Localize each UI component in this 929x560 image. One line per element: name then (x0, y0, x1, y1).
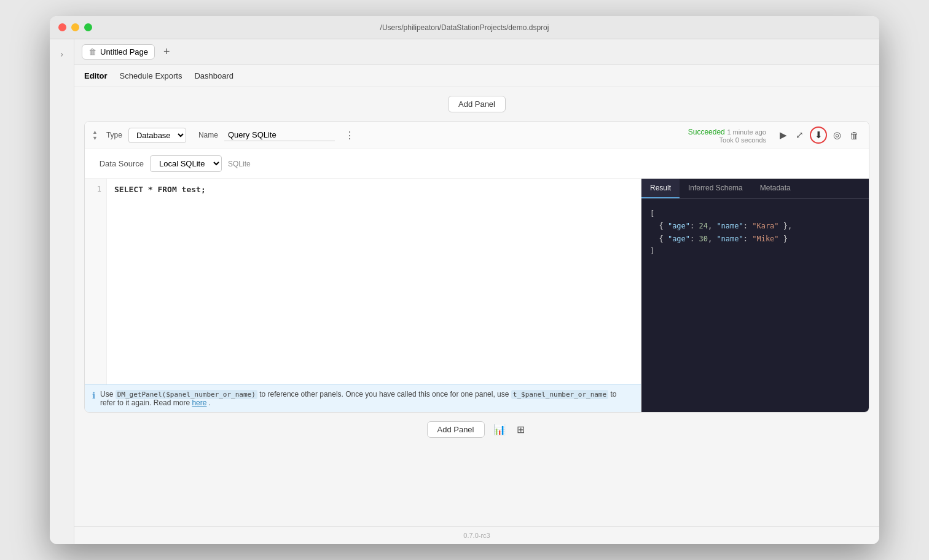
results-tabs: Result Inferred Schema Metadata (641, 179, 869, 199)
panel-body: Data Source Local SQLite SQLite (85, 149, 869, 412)
panel-header: ▲ ▼ Type Database Name ⋮ Succeeded (85, 122, 869, 149)
status-success-text: Succeeded (688, 128, 725, 136)
arrow-down-icon[interactable]: ▼ (92, 136, 98, 141)
page-tabs: 🗑 Untitled Page + (74, 39, 879, 65)
name-input[interactable] (224, 129, 335, 141)
nav-item-dashboard[interactable]: Dashboard (194, 71, 233, 80)
nav-item-schedule-exports[interactable]: Schedule Exports (120, 71, 182, 80)
titlebar: /Users/philipeaton/DataStationProjects/d… (50, 16, 879, 39)
download-icon: ⬇ (815, 130, 823, 141)
datasource-type-label: SQLite (228, 160, 251, 168)
minimize-button[interactable] (71, 23, 79, 31)
bottom-actions: Add Panel 📊 ⊞ (74, 413, 879, 446)
info-code2: t_$panel_number_or_name (511, 390, 608, 399)
hide-button[interactable]: ◎ (831, 127, 844, 143)
results-panel: Result Inferred Schema Metadata [ { "age… (641, 179, 869, 412)
window-controls (58, 23, 92, 31)
results-content: [ { "age": 24, "name": "Kara" }, { "age"… (641, 199, 869, 412)
trash-icon[interactable]: 🗑 (88, 47, 96, 56)
delete-icon: 🗑 (850, 130, 859, 141)
chart-icon-button[interactable]: 📊 (491, 421, 508, 438)
type-select[interactable]: Database (128, 128, 186, 143)
editor-nav: Editor Schedule Exports Dashboard (74, 65, 879, 87)
code-area: 1 SELECT * FROM test; (85, 179, 641, 384)
arrow-up-icon[interactable]: ▲ (92, 130, 98, 135)
code-editor: 1 SELECT * FROM test; ℹ Use DM_getPanel(… (85, 179, 641, 412)
result-tab-result[interactable]: Result (641, 179, 680, 198)
datasource-label: Data Source (95, 159, 144, 168)
type-label: Type (106, 131, 122, 139)
datasource-row: Data Source Local SQLite SQLite (85, 149, 869, 179)
datasource-select[interactable]: Local SQLite (150, 155, 222, 172)
version-label: 0.7.0-rc3 (463, 532, 490, 539)
info-text: Use DM_getPanel($panel_number_or_name) t… (100, 390, 633, 407)
status-took-text: Took 0 seconds (688, 136, 766, 144)
panel-reorder: ▲ ▼ (92, 130, 98, 141)
table-icon-button[interactable]: ⊞ (514, 421, 527, 438)
editor-results: 1 SELECT * FROM test; ℹ Use DM_getPanel(… (85, 179, 869, 412)
json-line-3: { "age": 30, "name": "Mike" } (650, 233, 860, 245)
info-code1: DM_getPanel($panel_number_or_name) (116, 390, 257, 399)
add-page-button[interactable]: + (160, 44, 174, 60)
status-area: Succeeded 1 minute ago Took 0 seconds (688, 127, 766, 144)
info-icon: ℹ (92, 391, 95, 400)
close-button[interactable] (58, 23, 66, 31)
run-button[interactable]: ▶ (777, 127, 790, 143)
page-tab-label: Untitled Page (100, 47, 148, 56)
info-bar: ℹ Use DM_getPanel($panel_number_or_name)… (85, 384, 641, 412)
name-label: Name (198, 131, 218, 139)
add-panel-button-top[interactable]: Add Panel (448, 96, 506, 112)
status-time-text: 1 minute ago (727, 128, 766, 136)
json-line-1: [ (650, 208, 860, 220)
code-input[interactable]: SELECT * FROM test; (107, 179, 641, 384)
download-button[interactable]: ⬇ (810, 126, 827, 144)
more-options-button[interactable]: ⋮ (341, 128, 358, 142)
add-panel-area-top: Add Panel (74, 87, 879, 121)
chevron-right-icon[interactable]: › (60, 49, 63, 59)
chart-icon: 📊 (493, 424, 506, 435)
panel-actions: ▶ ⤢ ⬇ ◎ 🗑 (777, 126, 861, 144)
nav-item-editor[interactable]: Editor (84, 71, 108, 80)
expand-button[interactable]: ⤢ (793, 127, 806, 143)
line-numbers: 1 (85, 179, 107, 384)
sidebar-toggle[interactable]: › (50, 39, 74, 544)
app-footer: 0.7.0-rc3 (74, 526, 879, 544)
eye-slash-icon: ◎ (833, 130, 841, 141)
maximize-button[interactable] (84, 23, 92, 31)
add-panel-button-bottom[interactable]: Add Panel (427, 421, 485, 438)
window-title: /Users/philipeaton/DataStationProjects/d… (380, 23, 549, 32)
play-icon: ▶ (780, 130, 787, 141)
table-icon: ⊞ (517, 424, 525, 435)
panel-container: ▲ ▼ Type Database Name ⋮ Succeeded (84, 121, 869, 413)
info-read-more-link[interactable]: here (192, 399, 206, 407)
result-tab-metadata[interactable]: Metadata (751, 179, 799, 198)
result-tab-schema[interactable]: Inferred Schema (680, 179, 751, 198)
expand-icon: ⤢ (796, 130, 804, 141)
json-line-4: ] (650, 245, 860, 257)
json-line-2: { "age": 24, "name": "Kara" }, (650, 220, 860, 232)
page-tab-untitled[interactable]: 🗑 Untitled Page (82, 44, 155, 60)
delete-panel-button[interactable]: 🗑 (847, 128, 861, 143)
